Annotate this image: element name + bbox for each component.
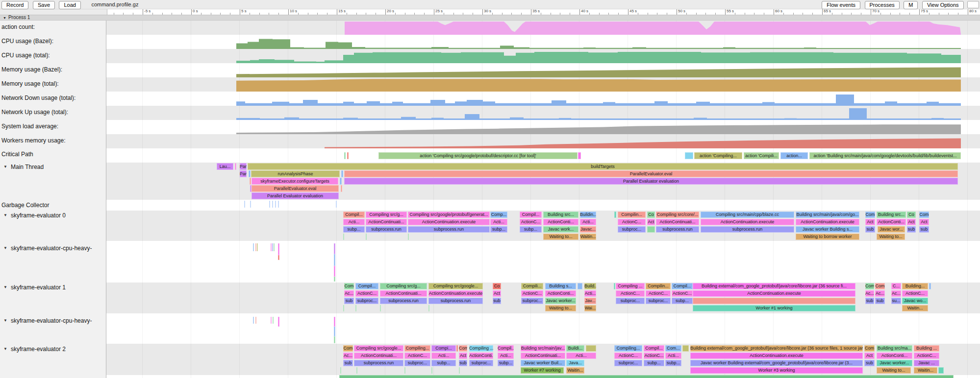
skyframe-evaluator-1-event-bar[interactable]: su...	[891, 298, 901, 304]
skyframe-evaluator-0-event-bar[interactable]: Waitin...	[580, 234, 596, 240]
skyframe-evaluator-0-event-bar[interactable]	[366, 234, 367, 240]
skyframe-evaluator-2-event-bar[interactable]: Compiling src/google...	[354, 345, 403, 352]
skyframe-evaluator-2-event-bar[interactable]: sub	[459, 360, 467, 366]
skyframe-evaluator-2-event-bar[interactable]	[682, 345, 689, 352]
chart-cpu-usage-bazel[interactable]	[0, 35, 980, 49]
skyframe-evaluator-0-event-bar[interactable]: Com	[865, 212, 875, 218]
skyframe-evaluator-1-event-bar[interactable]: Compil...	[672, 283, 693, 289]
skyframe-evaluator-1-event-bar[interactable]: Waitin...	[902, 305, 928, 311]
skyframe-evaluator-2-event-bar[interactable]	[404, 367, 405, 374]
skyframe-evaluator-0-event-bar[interactable]: ActionConti...	[543, 219, 578, 225]
skyframe-evaluator-1-event-bar[interactable]: ActionC...	[616, 290, 645, 297]
skyframe-evaluator-2-event-bar[interactable]: Com	[459, 345, 467, 352]
skyframe-evaluator-2-event-bar[interactable]: Acti...	[431, 353, 456, 359]
garbage-collector-event-bar[interactable]	[278, 201, 279, 208]
skyframe-evaluator-2-event-bar[interactable]: Worker #3 working	[690, 367, 863, 374]
skyframe-evaluator-0-event-bar[interactable]: subprocess.run	[408, 226, 490, 233]
chart-action-count[interactable]	[0, 21, 980, 35]
skyframe-evaluator-1-event-bar[interactable]: ActionC...	[521, 290, 543, 297]
skyframe-evaluator-0-event-bar[interactable]: Acti...	[580, 219, 596, 225]
skyframe-evaluator-1-event-bar[interactable]: sub	[875, 298, 885, 304]
skyframe-evaluator-1-event-bar[interactable]: sub	[493, 298, 501, 304]
skyframe-evaluator-0-event-bar[interactable]: ActionContinuati...	[366, 219, 407, 225]
skyframe-evaluator-0-event-bar[interactable]	[343, 234, 344, 240]
skyframe-evaluator-2-event-bar[interactable]: subproc...	[614, 360, 642, 366]
collapse-arrow-icon[interactable]: ▼	[3, 165, 7, 169]
skyframe-evaluator-2-event-bar[interactable]	[456, 345, 458, 352]
skyframe-evaluator-0-event-bar[interactable]: subp...	[343, 226, 365, 233]
skyframe-evaluator-2-event-bar[interactable]: sub	[343, 360, 353, 366]
skyframe-evaluator-0-event-bar[interactable]: Compiling src/g...	[366, 212, 407, 218]
critical-path-event-bar[interactable]	[578, 152, 581, 159]
skyframe-evaluator-2-event-bar[interactable]	[356, 367, 357, 374]
skyframe-evaluator-0-event-bar[interactable]: sub	[865, 226, 875, 233]
skyframe-evaluator-1-event-bar[interactable]: sub	[344, 298, 354, 304]
skyframe-evaluator-1-event-bar[interactable]: Compiling src/google...	[428, 283, 483, 289]
skyframe-evaluator-2-event-bar[interactable]: Javac worker Buil...	[521, 360, 565, 366]
skyframe-evaluator-0-event-bar[interactable]: sub	[907, 226, 916, 233]
skyframe-evaluator-cpu-heavy-2-event-bar[interactable]	[334, 317, 335, 327]
skyframe-evaluator-2-event-bar[interactable]: Javac worker...	[877, 360, 912, 366]
skyframe-evaluator-0-event-bar[interactable]: Javac wor...	[878, 226, 905, 233]
skyframe-evaluator-0-event-bar[interactable]: subp...	[520, 226, 542, 233]
skyframe-evaluator-2-event-bar[interactable]: Ac...	[343, 353, 353, 359]
sidebar-row-main-thread[interactable]: ▼Main Thread	[0, 164, 106, 171]
processes-button[interactable]: Processes	[865, 1, 900, 9]
skyframe-evaluator-1-event-bar[interactable]: Building s...	[545, 283, 576, 289]
skyframe-evaluator-cpu-heavy-2-event-bar[interactable]	[278, 317, 279, 327]
critical-path-event-bar[interactable]: action 'Compili...	[744, 152, 779, 159]
skyframe-evaluator-2-event-bar[interactable]: Compi...	[431, 345, 456, 352]
collapse-arrow-icon[interactable]: ▼	[3, 318, 7, 323]
chart-memory-usage-bazel[interactable]	[0, 63, 980, 77]
skyframe-evaluator-1-event-bar[interactable]: ActionC...	[902, 290, 928, 297]
skyframe-evaluator-2-event-bar[interactable]: ActionConti...	[877, 353, 912, 359]
view-options-button[interactable]: View Options	[922, 1, 964, 9]
skyframe-evaluator-2-event-bar[interactable]: Act	[459, 353, 467, 359]
garbage-collector-event-bar[interactable]	[250, 201, 251, 208]
skyframe-evaluator-1-event-bar[interactable]	[380, 305, 381, 311]
sidebar-row-skyframe-evaluator-2[interactable]: ▼skyframe-evaluator 2	[0, 346, 106, 353]
skyframe-evaluator-2-event-bar[interactable]: Com...	[665, 345, 681, 352]
skyframe-evaluator-2-event-bar[interactable]: Java...	[566, 360, 584, 366]
sidebar-row-skyframe-evaluator-1[interactable]: ▼skyframe-evaluator 1	[0, 284, 106, 291]
skyframe-evaluator-2-event-bar[interactable]: Compiling...	[614, 345, 642, 352]
garbage-collector-event-bar[interactable]	[269, 201, 270, 208]
skyframe-evaluator-2-event-bar[interactable]: Compiling ...	[469, 345, 493, 352]
main-thread-event-bar[interactable]: Par	[240, 170, 247, 177]
critical-path-event-bar[interactable]: action...	[780, 152, 808, 159]
critical-path-event-bar[interactable]: action 'Compiling...	[694, 152, 742, 159]
skyframe-evaluator-1-event-bar[interactable]: Building...	[902, 283, 928, 289]
skyframe-evaluator-0-event-bar[interactable]: Acti...	[343, 219, 365, 225]
skyframe-evaluator-1-event-bar[interactable]: ActionC...	[355, 290, 378, 297]
save-button[interactable]: Save	[33, 1, 55, 9]
skyframe-evaluator-2-event-bar[interactable]	[339, 375, 954, 378]
skyframe-evaluator-2-event-bar[interactable]: subprocess.run	[354, 360, 403, 366]
main-thread-event-bar[interactable]	[235, 163, 236, 170]
skyframe-evaluator-2-event-bar[interactable]: Building src/ma...	[877, 345, 912, 352]
skyframe-evaluator-1-event-bar[interactable]	[578, 283, 582, 289]
garbage-collector-event-bar[interactable]	[244, 201, 245, 208]
main-thread-event-bar[interactable]: skyframeExecutor.configureTargets	[251, 178, 338, 185]
skyframe-evaluator-2-event-bar[interactable]: subproc...	[469, 360, 493, 366]
skyframe-evaluator-2-event-bar[interactable]: Building ...	[914, 345, 939, 352]
skyframe-evaluator-1-event-bar[interactable]: Compilin...	[646, 283, 671, 289]
record-button[interactable]: Record	[1, 1, 28, 9]
skyframe-evaluator-cpu-heavy-1-event-bar[interactable]	[334, 243, 335, 254]
skyframe-evaluator-1-event-bar[interactable]: Wai...	[584, 305, 596, 311]
skyframe-evaluator-cpu-heavy-1-event-bar[interactable]	[271, 243, 272, 251]
collapse-arrow-icon[interactable]: ▼	[3, 213, 7, 217]
skyframe-evaluator-0-event-bar[interactable]: subprocess.run	[366, 226, 407, 233]
skyframe-evaluator-0-event-bar[interactable]: Co	[647, 212, 655, 218]
skyframe-evaluator-2-event-bar[interactable]: Acti...	[566, 353, 596, 359]
skyframe-evaluator-1-event-bar[interactable]: Javac wo...	[902, 298, 928, 304]
garbage-collector-event-bar[interactable]	[272, 201, 273, 208]
skyframe-evaluator-1-event-bar[interactable]: Worker #1 working	[693, 305, 855, 311]
skyframe-evaluator-1-event-bar[interactable]: Com	[875, 283, 885, 289]
skyframe-evaluator-2-event-bar[interactable]: Javac ...	[914, 360, 939, 366]
skyframe-evaluator-2-event-bar[interactable]: Waiting to...	[877, 367, 911, 374]
skyframe-evaluator-1-event-bar[interactable]: Ac...	[875, 290, 885, 297]
chart-workers-memory-usage[interactable]	[0, 134, 980, 148]
skyframe-evaluator-1-event-bar[interactable]: Compili...	[521, 283, 543, 289]
skyframe-evaluator-2-event-bar[interactable]: ActionContinuati...	[354, 353, 403, 359]
skyframe-evaluator-0-event-bar[interactable]: Javac worker Building s...	[796, 226, 859, 233]
